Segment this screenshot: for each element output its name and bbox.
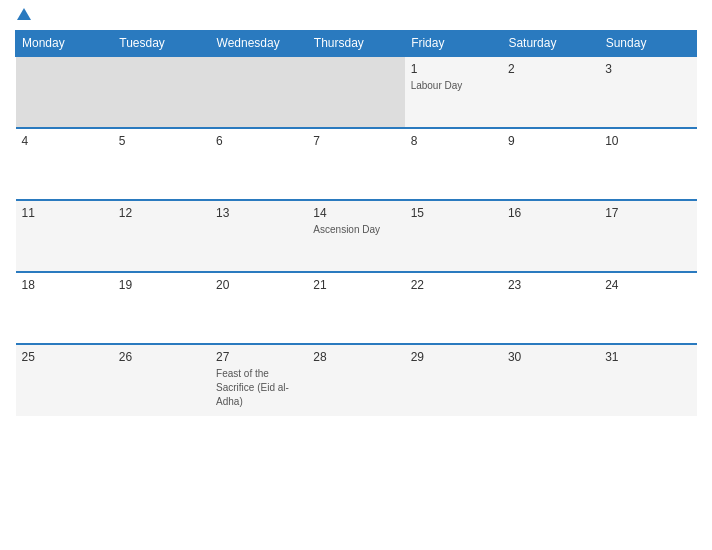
day-cell: 17	[599, 200, 696, 272]
day-header-saturday: Saturday	[502, 31, 599, 57]
day-cell	[210, 56, 307, 128]
day-number: 30	[508, 350, 593, 364]
day-cell: 29	[405, 344, 502, 416]
day-number: 17	[605, 206, 690, 220]
day-cell: 26	[113, 344, 210, 416]
day-number: 1	[411, 62, 496, 76]
day-cell: 12	[113, 200, 210, 272]
day-number: 27	[216, 350, 301, 364]
day-cell: 3	[599, 56, 696, 128]
day-number: 21	[313, 278, 398, 292]
day-cell: 22	[405, 272, 502, 344]
day-number: 5	[119, 134, 204, 148]
day-number: 9	[508, 134, 593, 148]
day-cell: 27Feast of the Sacrifice (Eid al-Adha)	[210, 344, 307, 416]
day-cell: 8	[405, 128, 502, 200]
day-number: 8	[411, 134, 496, 148]
week-row-1: 1Labour Day23	[16, 56, 697, 128]
day-cell: 14Ascension Day	[307, 200, 404, 272]
day-cell: 19	[113, 272, 210, 344]
holiday-label: Feast of the Sacrifice (Eid al-Adha)	[216, 368, 289, 407]
day-number: 4	[22, 134, 107, 148]
day-cell: 16	[502, 200, 599, 272]
day-cell: 21	[307, 272, 404, 344]
day-number: 10	[605, 134, 690, 148]
day-cell: 24	[599, 272, 696, 344]
day-header-wednesday: Wednesday	[210, 31, 307, 57]
day-cell: 23	[502, 272, 599, 344]
day-number: 28	[313, 350, 398, 364]
day-cell	[113, 56, 210, 128]
day-cell: 15	[405, 200, 502, 272]
day-number: 6	[216, 134, 301, 148]
day-cell: 20	[210, 272, 307, 344]
day-cell: 1Labour Day	[405, 56, 502, 128]
day-header-friday: Friday	[405, 31, 502, 57]
day-number: 26	[119, 350, 204, 364]
day-number: 19	[119, 278, 204, 292]
day-cell: 10	[599, 128, 696, 200]
day-cell: 2	[502, 56, 599, 128]
day-number: 22	[411, 278, 496, 292]
week-row-2: 45678910	[16, 128, 697, 200]
logo	[15, 10, 31, 22]
day-header-thursday: Thursday	[307, 31, 404, 57]
day-cell: 13	[210, 200, 307, 272]
header	[15, 10, 697, 22]
day-number: 7	[313, 134, 398, 148]
day-number: 25	[22, 350, 107, 364]
day-header-monday: Monday	[16, 31, 113, 57]
day-number: 16	[508, 206, 593, 220]
day-cell: 7	[307, 128, 404, 200]
day-number: 20	[216, 278, 301, 292]
day-cell	[307, 56, 404, 128]
week-row-5: 252627Feast of the Sacrifice (Eid al-Adh…	[16, 344, 697, 416]
days-header-row: MondayTuesdayWednesdayThursdayFridaySatu…	[16, 31, 697, 57]
day-number: 13	[216, 206, 301, 220]
day-cell: 5	[113, 128, 210, 200]
day-cell: 28	[307, 344, 404, 416]
day-number: 2	[508, 62, 593, 76]
day-cell: 30	[502, 344, 599, 416]
day-header-sunday: Sunday	[599, 31, 696, 57]
day-cell: 4	[16, 128, 113, 200]
logo-flag-icon	[17, 8, 31, 20]
day-number: 18	[22, 278, 107, 292]
day-cell: 25	[16, 344, 113, 416]
day-cell: 6	[210, 128, 307, 200]
day-number: 3	[605, 62, 690, 76]
day-cell: 18	[16, 272, 113, 344]
day-number: 23	[508, 278, 593, 292]
day-number: 15	[411, 206, 496, 220]
day-number: 29	[411, 350, 496, 364]
day-number: 11	[22, 206, 107, 220]
day-cell: 31	[599, 344, 696, 416]
day-cell: 11	[16, 200, 113, 272]
day-number: 31	[605, 350, 690, 364]
day-number: 14	[313, 206, 398, 220]
day-number: 12	[119, 206, 204, 220]
day-header-tuesday: Tuesday	[113, 31, 210, 57]
day-cell	[16, 56, 113, 128]
holiday-label: Labour Day	[411, 80, 463, 91]
day-cell: 9	[502, 128, 599, 200]
calendar-page: MondayTuesdayWednesdayThursdayFridaySatu…	[0, 0, 712, 550]
week-row-4: 18192021222324	[16, 272, 697, 344]
calendar-table: MondayTuesdayWednesdayThursdayFridaySatu…	[15, 30, 697, 416]
holiday-label: Ascension Day	[313, 224, 380, 235]
day-number: 24	[605, 278, 690, 292]
week-row-3: 11121314Ascension Day151617	[16, 200, 697, 272]
